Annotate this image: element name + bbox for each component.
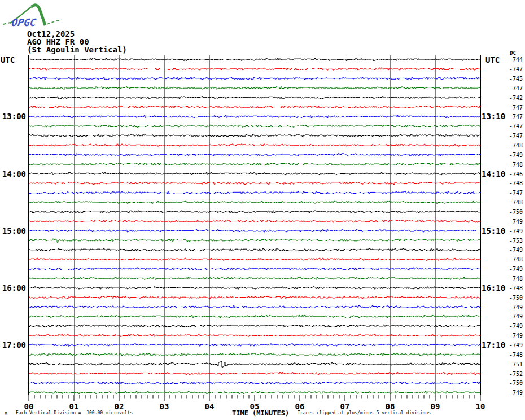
dc-offset-value: -749 xyxy=(509,323,523,329)
dc-offset-value: -747 xyxy=(509,113,523,120)
dc-offset-value: -749 xyxy=(509,266,523,272)
hour-label-left: 16:00 xyxy=(0,284,26,292)
dc-offset-value: -749 xyxy=(509,390,523,396)
dc-offset-value: -749 xyxy=(509,313,523,320)
dc-offset-value: -749 xyxy=(509,152,523,158)
helicorder-page: { "logo": { "name": "OPGC", "curve_color… xyxy=(0,0,525,420)
footer-mark: ʍ xyxy=(5,411,7,417)
dc-offset-value: -747 xyxy=(509,190,523,196)
dc-offset-value: -749 xyxy=(509,247,523,253)
dc-offset-value: -747 xyxy=(509,104,523,111)
seismogram-plot xyxy=(28,55,481,395)
x-tick-label: 08 xyxy=(380,403,400,410)
traces-svg xyxy=(29,55,480,395)
utc-header-left: UTC xyxy=(1,56,15,64)
dc-offset-value: -748 xyxy=(509,199,523,205)
scale-note: Each Vertical Division = 100.00 microvol… xyxy=(16,410,133,416)
dc-offset-value: -747 xyxy=(509,85,523,91)
dc-offset-value: -750 xyxy=(509,380,523,386)
hour-label-right: 13:10 xyxy=(482,112,505,120)
dc-offset-value: -744 xyxy=(509,56,523,63)
dc-offset-value: -748 xyxy=(509,256,523,262)
hour-label-left: 14:00 xyxy=(0,170,26,178)
logo-text: OPGC xyxy=(11,16,37,28)
station-name: (St Agoulin Vertical) xyxy=(27,46,127,54)
x-tick-label: 09 xyxy=(426,403,445,410)
hour-label-right: 16:10 xyxy=(482,284,505,292)
dc-offset-value: -745 xyxy=(509,76,523,82)
title-block: Oct12,2025 AGO HHZ FR 00 (St Agoulin Ver… xyxy=(27,30,127,54)
dc-offset-value: -748 xyxy=(509,161,523,168)
plot-date: Oct12,2025 xyxy=(27,30,127,38)
x-tick-label: 04 xyxy=(200,403,219,410)
dc-offset-value: -752 xyxy=(509,371,523,377)
x-tick-label: 00 xyxy=(19,403,38,410)
x-tick-label: 03 xyxy=(155,403,174,410)
dc-offset-value: -748 xyxy=(509,180,523,186)
x-tick-label: 01 xyxy=(64,403,84,410)
opgc-logo: OPGC xyxy=(2,1,64,30)
hour-label-left: 17:00 xyxy=(0,341,26,349)
dc-offset-value: -747 xyxy=(509,123,523,129)
clip-note: Traces clipped at plus/minus 5 vertical … xyxy=(298,410,431,416)
hour-label-left: 15:00 xyxy=(0,227,26,235)
volcano-logo-icon: OPGC xyxy=(2,1,64,28)
station-code: AGO HHZ FR 00 xyxy=(27,38,127,46)
utc-header-right: UTC xyxy=(485,56,500,64)
dc-offset-value: -749 xyxy=(509,228,523,234)
dc-offset-value: -749 xyxy=(509,218,523,225)
x-tick-label: 02 xyxy=(110,403,129,410)
hour-label-left: 13:00 xyxy=(0,112,26,120)
dc-offset-value: -753 xyxy=(509,238,523,244)
hour-label-right: 14:10 xyxy=(482,170,505,178)
x-tick-label: 06 xyxy=(290,403,309,410)
dc-offset-value: -751 xyxy=(509,361,523,368)
dc-header: DC xyxy=(510,51,516,56)
dc-offset-value: -748 xyxy=(509,142,523,148)
dc-offset-value: -747 xyxy=(509,133,523,139)
x-axis-ticks xyxy=(28,395,481,401)
hour-label-right: 17:10 xyxy=(482,341,505,349)
dc-offset-value: -748 xyxy=(509,352,523,358)
dc-offset-value: -748 xyxy=(509,285,523,291)
dc-offset-value: -749 xyxy=(509,342,523,348)
dc-offset-value: -749 xyxy=(509,304,523,310)
dc-offset-value: -746 xyxy=(509,171,523,177)
dc-offset-value: -750 xyxy=(509,295,523,301)
x-tick-label: 10 xyxy=(471,403,490,410)
x-tick-label: 07 xyxy=(335,403,355,410)
dc-offset-value: -748 xyxy=(509,275,523,282)
trace-row xyxy=(29,344,480,346)
dc-offset-value: -750 xyxy=(509,209,523,215)
dc-offset-value: -749 xyxy=(509,333,523,339)
dc-offset-value: -742 xyxy=(509,95,523,101)
dc-offset-value: -747 xyxy=(509,66,523,72)
x-axis-title: TIME (MINUTES) xyxy=(232,410,289,417)
hour-label-right: 15:10 xyxy=(482,227,505,235)
